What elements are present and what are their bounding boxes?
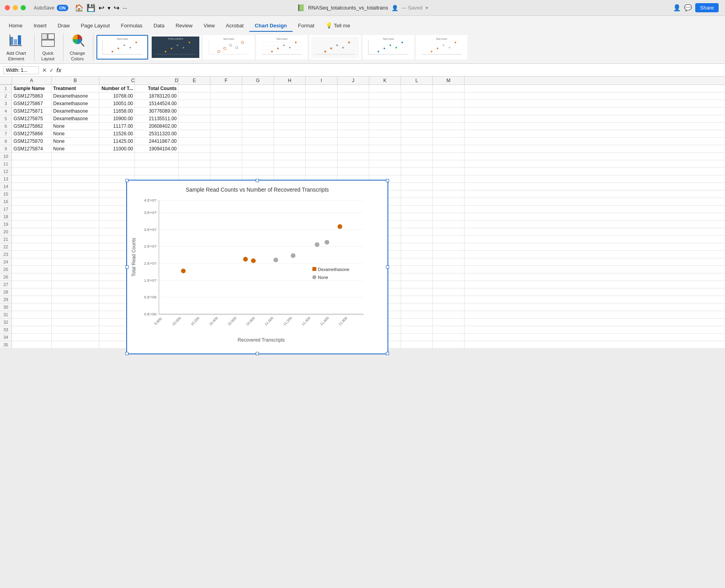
- cell-l11[interactable]: [401, 160, 433, 167]
- cell-f1[interactable]: [210, 85, 242, 92]
- cell-c11[interactable]: [99, 160, 135, 167]
- undo-icon[interactable]: ↩: [98, 4, 104, 12]
- cell-a24[interactable]: [12, 258, 52, 265]
- cell-h6[interactable]: [274, 123, 306, 130]
- cell-b18[interactable]: [52, 213, 99, 220]
- cell-l5[interactable]: [401, 115, 433, 122]
- col-header-g[interactable]: G: [242, 77, 274, 85]
- cell-c10[interactable]: [99, 153, 135, 160]
- cell-e8[interactable]: [179, 138, 210, 145]
- cell-f7[interactable]: [210, 130, 242, 137]
- cell-e10[interactable]: [179, 153, 210, 160]
- cell-k1[interactable]: [369, 85, 401, 92]
- cell-g8[interactable]: [242, 138, 274, 145]
- confirm-formula-icon[interactable]: ✓: [49, 67, 54, 73]
- cell-i9[interactable]: [306, 145, 337, 152]
- cell-k2[interactable]: [369, 92, 401, 100]
- cell-l2[interactable]: [401, 92, 433, 100]
- cell-b11[interactable]: [52, 160, 99, 167]
- tab-data[interactable]: Data: [148, 20, 170, 32]
- cell-k4[interactable]: [369, 108, 401, 115]
- cell-f2[interactable]: [210, 92, 242, 100]
- chart-container[interactable]: Sample Read Counts vs Number of Recovere…: [126, 180, 388, 354]
- cell-a15[interactable]: [12, 190, 52, 198]
- cell-e6[interactable]: [179, 123, 210, 130]
- cell-b13[interactable]: [52, 175, 99, 183]
- chart-style-1[interactable]: Total Counts: [96, 35, 148, 60]
- cell-a26[interactable]: [12, 273, 52, 281]
- cell-h2[interactable]: [274, 92, 306, 100]
- cell-g2[interactable]: [242, 92, 274, 100]
- cell-m18[interactable]: [433, 213, 465, 220]
- cell-d10[interactable]: [135, 153, 179, 160]
- cell-m4[interactable]: [433, 108, 465, 115]
- cell-i4[interactable]: [306, 108, 337, 115]
- cell-d3[interactable]: 15144524.00: [135, 100, 179, 107]
- cell-l3[interactable]: [401, 100, 433, 107]
- cell-a35[interactable]: [12, 341, 52, 348]
- cell-b30[interactable]: [52, 304, 99, 311]
- cell-m30[interactable]: [433, 304, 465, 311]
- cell-k6[interactable]: [369, 123, 401, 130]
- cell-j10[interactable]: [337, 153, 369, 160]
- cell-b33[interactable]: [52, 326, 99, 333]
- cell-b5[interactable]: Dexamethasone: [52, 115, 99, 122]
- cell-a25[interactable]: [12, 266, 52, 273]
- cell-e12[interactable]: [179, 168, 210, 175]
- cell-m11[interactable]: [433, 160, 465, 167]
- cell-m6[interactable]: [433, 123, 465, 130]
- cell-f6[interactable]: [210, 123, 242, 130]
- cell-a10[interactable]: [12, 153, 52, 160]
- cell-l33[interactable]: [401, 326, 433, 333]
- cell-j12[interactable]: [337, 168, 369, 175]
- tab-acrobat[interactable]: Acrobat: [220, 20, 249, 32]
- cell-a30[interactable]: [12, 304, 52, 311]
- cell-m22[interactable]: [433, 243, 465, 250]
- cell-k9[interactable]: [369, 145, 401, 152]
- col-header-f[interactable]: F: [210, 77, 242, 85]
- chart-style-7[interactable]: Total Counts: [416, 35, 467, 60]
- cell-e4[interactable]: [179, 108, 210, 115]
- tab-review[interactable]: Review: [170, 20, 198, 32]
- cell-d4[interactable]: 30776089.00: [135, 108, 179, 115]
- cell-m21[interactable]: [433, 236, 465, 243]
- cell-l31[interactable]: [401, 311, 433, 318]
- cell-m1[interactable]: [433, 85, 465, 92]
- cell-k11[interactable]: [369, 160, 401, 167]
- cell-a4[interactable]: GSM1275871: [12, 108, 52, 115]
- cell-m35[interactable]: [433, 341, 465, 348]
- cell-h3[interactable]: [274, 100, 306, 107]
- redo-dropdown-icon[interactable]: ▾: [108, 5, 110, 11]
- cell-j1[interactable]: [337, 85, 369, 92]
- col-header-i[interactable]: I: [306, 77, 337, 85]
- cell-e3[interactable]: [179, 100, 210, 107]
- cell-i1[interactable]: [306, 85, 337, 92]
- cell-h5[interactable]: [274, 115, 306, 122]
- cell-g4[interactable]: [242, 108, 274, 115]
- resize-handle-b[interactable]: [256, 352, 259, 355]
- cell-a17[interactable]: [12, 206, 52, 213]
- cell-m9[interactable]: [433, 145, 465, 152]
- tab-chart-design[interactable]: Chart Design: [249, 20, 293, 32]
- cell-m19[interactable]: [433, 221, 465, 228]
- cell-b19[interactable]: [52, 221, 99, 228]
- cell-m20[interactable]: [433, 228, 465, 235]
- cell-b3[interactable]: Dexamethasone: [52, 100, 99, 107]
- cell-a6[interactable]: GSM1275862: [12, 123, 52, 130]
- cell-b28[interactable]: [52, 288, 99, 296]
- cell-c7[interactable]: 11526.00: [99, 130, 135, 137]
- cell-l26[interactable]: [401, 273, 433, 281]
- quick-layout-button[interactable]: QuickLayout: [38, 31, 58, 63]
- cell-m26[interactable]: [433, 273, 465, 281]
- cell-b10[interactable]: [52, 153, 99, 160]
- col-header-e[interactable]: E: [179, 77, 210, 85]
- cell-b35[interactable]: [52, 341, 99, 348]
- cell-g6[interactable]: [242, 123, 274, 130]
- cell-i11[interactable]: [306, 160, 337, 167]
- cell-l34[interactable]: [401, 334, 433, 341]
- cell-l14[interactable]: [401, 183, 433, 190]
- toolbar-icons[interactable]: 🏠 💾 ↩ ▾ ↪ ···: [75, 4, 127, 12]
- cell-g3[interactable]: [242, 100, 274, 107]
- cell-a8[interactable]: GSM1275870: [12, 138, 52, 145]
- cell-a28[interactable]: [12, 288, 52, 296]
